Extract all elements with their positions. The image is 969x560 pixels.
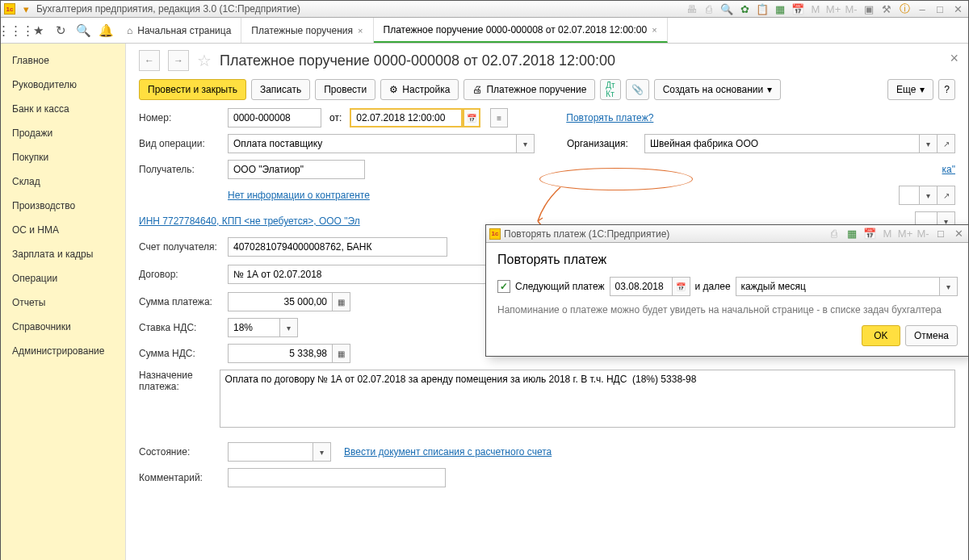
sidebar-item[interactable]: Отчеты <box>1 290 125 315</box>
history-icon[interactable]: ↻ <box>49 18 72 43</box>
mminus-icon[interactable]: M- <box>844 2 858 16</box>
sidebar-item[interactable]: Производство <box>1 194 125 218</box>
sidebar-item[interactable]: Склад <box>1 169 125 194</box>
m-icon[interactable]: M <box>880 227 895 241</box>
close-tab-icon[interactable]: × <box>358 26 363 36</box>
close-icon[interactable]: ✕ <box>951 227 966 241</box>
recipient-acct-input[interactable]: 40702810794000008762, БАНК <box>228 237 447 257</box>
forward-button[interactable]: → <box>168 50 189 71</box>
ka-link[interactable]: ка" <box>942 164 955 175</box>
cancel-button[interactable]: Отмена <box>905 325 958 346</box>
org-select[interactable]: Швейная фабрика ООО <box>644 134 920 153</box>
open-icon[interactable]: ↗ <box>938 186 955 205</box>
sidebar-item[interactable]: Банк и касса <box>1 97 125 121</box>
help-button[interactable]: ? <box>938 79 955 100</box>
dt-button[interactable]: ДтКт <box>600 79 620 100</box>
panels-icon[interactable]: ▣ <box>862 2 876 16</box>
chevron-down-icon[interactable]: ▾ <box>313 442 331 462</box>
favorite-icon[interactable]: ☆ <box>197 51 212 70</box>
next-date-input[interactable]: 03.08.2018 <box>610 277 673 296</box>
tab-order-doc[interactable]: Платежное поручение 0000-000008 от 02.07… <box>374 18 668 43</box>
mplus-icon[interactable]: M+ <box>826 2 841 16</box>
maximize-icon[interactable]: □ <box>933 227 948 241</box>
back-button[interactable]: ← <box>139 50 160 71</box>
write-off-link[interactable]: Ввести документ списания с расчетного сч… <box>344 446 552 458</box>
vat-sum-input[interactable]: 5 338,98 <box>228 344 333 363</box>
dropdown-icon[interactable]: ▾ <box>19 2 33 16</box>
mplus-icon[interactable]: M+ <box>898 227 912 241</box>
clipboard-icon[interactable]: 📋 <box>755 2 770 16</box>
sidebar-item[interactable]: Покупки <box>1 145 125 169</box>
sidebar-item[interactable]: Справочники <box>1 315 125 339</box>
sum-input[interactable]: 35 000,00 <box>228 292 333 311</box>
tab-orders[interactable]: Платежные поручения× <box>241 18 373 43</box>
calendar-icon[interactable]: 📅 <box>791 2 805 16</box>
chevron-down-icon[interactable]: ▾ <box>920 134 938 153</box>
m-icon[interactable]: M <box>808 2 823 16</box>
apps-icon[interactable]: ⋮⋮⋮ <box>4 18 27 43</box>
repeat-payment-link[interactable]: Повторять платеж? <box>566 112 653 123</box>
chevron-down-icon[interactable]: ▾ <box>280 318 298 337</box>
save-icon[interactable]: 🖶 <box>684 2 698 16</box>
save-button[interactable]: Записать <box>251 79 310 100</box>
next-payment-checkbox[interactable]: ✓ <box>497 280 510 293</box>
open-icon[interactable]: ↗ <box>938 134 955 153</box>
sidebar-item[interactable]: Зарплата и кадры <box>1 242 125 266</box>
nav-icon[interactable]: ✿ <box>737 2 752 16</box>
attach-button[interactable]: 📎 <box>626 79 649 100</box>
recipient-label: Получатель: <box>139 164 223 175</box>
maximize-icon[interactable]: □ <box>933 2 947 16</box>
inn-kpp-link[interactable]: ИНН 7727784640, КПП <не требуется>, ООО … <box>139 215 360 227</box>
date-input[interactable]: 02.07.2018 12:00:00 <box>350 108 463 127</box>
sidebar-item[interactable]: Руководителю <box>1 73 125 97</box>
sidebar-item[interactable]: Главное <box>1 48 125 73</box>
chevron-down-icon[interactable]: ▾ <box>517 134 535 153</box>
chevron-down-icon[interactable]: ▾ <box>920 186 938 205</box>
bell-icon[interactable]: 🔔 <box>94 18 117 43</box>
print-order-button[interactable]: 🖨Платежное поручение <box>464 79 595 100</box>
calc-icon[interactable]: ▦ <box>773 2 787 16</box>
calc-icon[interactable]: ▦ <box>333 292 350 311</box>
preview-icon[interactable]: 🔍 <box>719 2 734 16</box>
close-doc-icon[interactable]: × <box>950 50 959 67</box>
number-input[interactable]: 0000-000008 <box>228 108 321 127</box>
contract-input[interactable]: № 1А от 02.07.2018 <box>228 265 499 284</box>
chevron-down-icon[interactable]: ▾ <box>940 277 958 296</box>
post-button[interactable]: Провести <box>315 79 375 100</box>
close-tab-icon[interactable]: × <box>652 25 656 35</box>
close-icon[interactable]: ✕ <box>950 2 965 16</box>
print-icon[interactable]: ⎙ <box>702 2 716 16</box>
purpose-textarea[interactable] <box>220 370 955 428</box>
star-icon[interactable]: ★ <box>27 18 49 43</box>
sidebar-item[interactable]: Операции <box>1 266 125 290</box>
aux-select[interactable] <box>899 186 920 205</box>
calendar-button[interactable]: 📅 <box>673 277 690 296</box>
mminus-icon[interactable]: M- <box>916 227 930 241</box>
status-select[interactable] <box>228 442 313 462</box>
recipient-input[interactable]: ООО "Элатиор" <box>228 160 365 179</box>
ok-button[interactable]: OK <box>862 325 900 346</box>
calc-icon[interactable]: ▦ <box>333 344 350 363</box>
vat-rate-select[interactable]: 18% <box>228 318 280 337</box>
calc-icon[interactable]: ▦ <box>845 227 859 241</box>
info-icon[interactable]: ⓘ <box>897 2 912 16</box>
create-from-button[interactable]: Создать на основании▾ <box>654 79 782 100</box>
comment-input[interactable] <box>228 468 446 487</box>
print-icon[interactable]: ⎙ <box>827 227 841 241</box>
sidebar-item[interactable]: Продажи <box>1 121 125 145</box>
sidebar-item[interactable]: Администрирование <box>1 339 125 363</box>
more-button[interactable]: Еще▾ <box>887 79 933 100</box>
search-icon[interactable]: 🔍 <box>72 18 94 43</box>
minimize-icon[interactable]: – <box>915 2 929 16</box>
settings-button[interactable]: ⚙Настройка <box>380 79 459 100</box>
sidebar-item[interactable]: ОС и НМА <box>1 218 125 242</box>
post-close-button[interactable]: Провести и закрыть <box>139 79 246 100</box>
tab-home[interactable]: ⌂Начальная страница <box>117 18 241 43</box>
aux-button[interactable]: ≡ <box>490 108 508 127</box>
wrench-icon[interactable]: ⚒ <box>879 2 894 16</box>
counterparty-info-link[interactable]: Нет информации о контрагенте <box>228 190 370 201</box>
optype-select[interactable]: Оплата поставщику <box>228 134 517 153</box>
period-select[interactable]: каждый месяц <box>736 277 940 296</box>
calendar-icon[interactable]: 📅 <box>862 227 877 241</box>
calendar-button[interactable]: 📅 <box>463 108 480 127</box>
